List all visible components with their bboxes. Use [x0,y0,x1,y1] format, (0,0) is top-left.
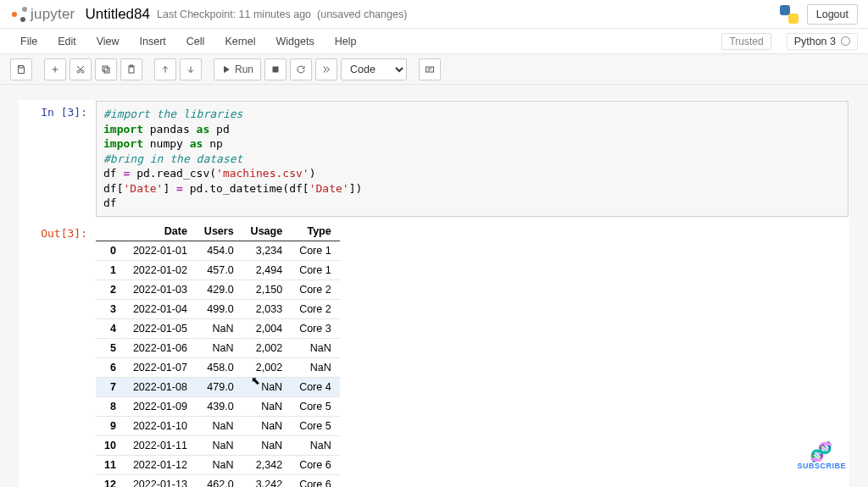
svg-rect-0 [19,65,23,68]
menu-file[interactable]: File [10,32,47,51]
col-usage: Usage [242,222,292,241]
menubar: FileEditViewInsertCellKernelWidgetsHelp … [0,29,868,54]
input-prompt: In [3]: [19,101,96,217]
table-row: 102022-01-11NaNNaNNaN [96,435,340,455]
dataframe-output: DateUsersUsageType02022-01-01454.03,234C… [96,222,849,487]
kernel-indicator[interactable]: Python 3 [787,33,858,50]
table-row: 72022-01-08479.0NaNCore 4 [96,377,340,396]
run-button[interactable]: Run [214,58,261,80]
trusted-badge[interactable]: Trusted [721,33,771,50]
menu-cell[interactable]: Cell [176,32,215,51]
save-button[interactable] [10,58,32,80]
restart-run-all-button[interactable] [315,58,337,80]
copy-button[interactable] [95,58,117,80]
cut-button[interactable] [70,58,92,80]
restart-button[interactable] [290,58,312,80]
output-prompt: Out[3]: [19,222,96,487]
paste-button[interactable] [120,58,142,80]
menu-kernel[interactable]: Kernel [214,32,265,51]
menu-view[interactable]: View [86,32,130,51]
checkpoint-text: Last Checkpoint: 11 minutes ago (unsaved… [157,8,407,20]
table-row: 02022-01-01454.03,234Core 1 [96,241,340,260]
col-users: Users [196,222,242,241]
table-row: 122022-01-13462.03,242Core 6 [96,474,340,487]
table-row: 42022-01-05NaN2,004Core 3 [96,318,340,338]
code-input[interactable]: #import the libraries import pandas as p… [96,101,849,217]
command-palette-button[interactable] [419,58,441,80]
subscribe-watermark: 🧬 SUBSCRIBE [797,443,846,470]
svg-rect-3 [104,68,109,73]
table-row: 52022-01-06NaN2,002NaN [96,338,340,357]
table-row: 12022-01-02457.02,494Core 1 [96,260,340,279]
table-row: 62022-01-07458.02,002NaN [96,357,340,377]
menu-insert[interactable]: Insert [130,32,176,51]
header: jupyter Untitled84 Last Checkpoint: 11 m… [0,0,868,29]
col-date: Date [125,222,196,241]
notebook-container: In [3]: #import the libraries import pan… [0,85,868,487]
brand-text: jupyter [31,6,75,23]
table-row: 92022-01-10NaNNaNCore 5 [96,416,340,435]
interrupt-button[interactable] [264,58,287,80]
table-row: 112022-01-12NaN2,342Core 6 [96,455,340,474]
svg-rect-8 [426,67,434,72]
kernel-name: Python 3 [794,36,836,47]
table-row: 22022-01-03429.02,150Core 2 [96,279,340,299]
code-cell[interactable]: In [3]: #import the libraries import pan… [19,100,849,487]
celltype-select[interactable]: Code [341,58,407,80]
svg-rect-7 [273,67,278,72]
dna-icon: 🧬 [797,443,846,462]
svg-rect-4 [103,66,108,71]
insert-cell-button[interactable] [44,58,66,80]
col-type: Type [291,222,340,241]
menu-edit[interactable]: Edit [47,32,86,51]
table-row: 82022-01-09439.0NaNCore 5 [96,396,340,416]
move-down-button[interactable] [180,58,202,80]
move-up-button[interactable] [154,58,176,80]
python-icon [780,5,798,24]
kernel-idle-icon [841,36,850,46]
toolbar: Run Code [0,54,868,85]
jupyter-logo[interactable]: jupyter [12,6,75,23]
notebook-title[interactable]: Untitled84 [85,6,150,23]
table-row: 32022-01-04499.02,033Core 2 [96,299,340,318]
jupyter-icon [12,7,27,22]
menu-help[interactable]: Help [325,32,367,51]
menu-widgets[interactable]: Widgets [266,32,325,51]
logout-button[interactable]: Logout [807,4,858,25]
